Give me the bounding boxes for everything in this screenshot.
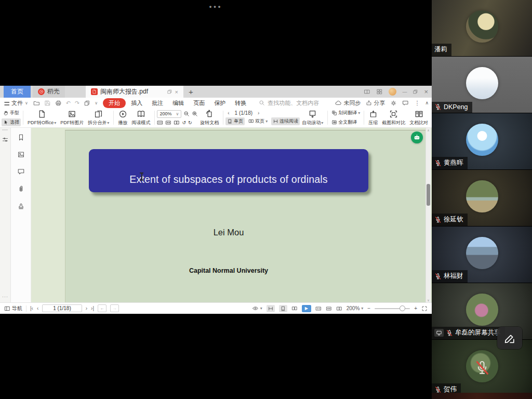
single-page-view-icon[interactable] xyxy=(279,305,287,312)
continuous-view-icon[interactable] xyxy=(267,305,275,312)
page-indicator[interactable]: 1 (1/18) xyxy=(235,110,252,116)
double-page-toggle[interactable]: 双页▾ xyxy=(247,117,269,125)
annotate-button[interactable] xyxy=(497,327,522,349)
zoom-in-icon[interactable] xyxy=(192,111,198,117)
image-panel-icon[interactable] xyxy=(17,151,25,158)
zoom-select[interactable]: 200%∨ xyxy=(157,110,181,118)
tab-close-icon[interactable]: × xyxy=(175,89,178,95)
ribbon-tab-convert[interactable]: 转换 xyxy=(231,99,250,108)
new-tab-button[interactable]: + xyxy=(183,86,198,98)
next-view-icon[interactable]: → xyxy=(110,304,119,312)
ribbon-tab-page[interactable]: 页面 xyxy=(189,99,209,108)
bookmark-icon[interactable] xyxy=(17,134,25,141)
account-avatar[interactable] xyxy=(389,88,396,96)
pdf-to-office-button[interactable]: PDF转Office▾ xyxy=(25,110,58,126)
collapse-ribbon-icon[interactable]: ∧ xyxy=(425,100,429,105)
screenshot-compare-button[interactable]: 截图和对比 xyxy=(380,110,407,126)
fullscreen-icon[interactable] xyxy=(421,305,428,312)
minimize-button[interactable]: — xyxy=(402,89,407,95)
fit-width-icon[interactable] xyxy=(165,119,171,126)
page-indicator-status[interactable]: 1 (1/18) xyxy=(42,304,82,312)
ribbon-tab-protect[interactable]: 保护 xyxy=(210,99,230,108)
vertical-scrollbar[interactable]: ∧ ∨ xyxy=(425,128,431,302)
comment-panel-icon[interactable] xyxy=(17,168,25,176)
prev-page-icon[interactable]: ‹ xyxy=(228,110,229,116)
eye-protect-icon[interactable]: ▾ xyxy=(252,305,262,312)
double-page-view-icon[interactable] xyxy=(291,305,298,312)
open-icon[interactable] xyxy=(33,100,40,107)
close-button[interactable]: × xyxy=(424,88,428,96)
zoom-slider-knob[interactable] xyxy=(400,305,405,311)
ribbon-tab-start[interactable]: 开始 xyxy=(103,98,126,108)
stamp-icon[interactable] xyxy=(17,202,25,210)
single-page-toggle[interactable]: 单页 xyxy=(225,117,245,125)
prev-page-icon[interactable]: ‹ xyxy=(37,305,38,311)
participant-tile[interactable]: 黄燕晖 xyxy=(432,113,532,170)
play-button[interactable]: 播放 xyxy=(116,110,129,126)
search-box[interactable]: 查找功能、文档内容 xyxy=(259,99,319,107)
sync-status[interactable]: 未同步 xyxy=(335,99,361,107)
prev-view-icon[interactable]: ← xyxy=(98,304,107,312)
rotate-doc-button[interactable]: 旋转文档 xyxy=(198,110,221,126)
file-menu[interactable]: 文件 ∨ xyxy=(3,99,28,107)
actual-size-icon[interactable] xyxy=(157,119,163,126)
read-mode-button[interactable]: 阅读模式 xyxy=(129,110,152,126)
panel-more-dots[interactable]: ··· xyxy=(0,294,10,299)
save-icon[interactable] xyxy=(44,100,51,107)
last-page-icon[interactable]: ›| xyxy=(91,305,94,311)
next-page-icon[interactable]: › xyxy=(258,110,259,116)
tab-docer[interactable]: 稻壳 xyxy=(33,86,65,98)
fit-width-icon[interactable] xyxy=(326,305,332,312)
zoom-out-button[interactable]: − xyxy=(367,305,370,311)
scroll-up-icon[interactable]: ∧ xyxy=(427,128,430,132)
pdf-to-image-button[interactable]: PDF转图片 xyxy=(58,110,86,126)
full-translate-button[interactable]: 全文翻译 xyxy=(330,118,362,126)
meeting-more-dots[interactable]: ••• xyxy=(0,3,432,10)
fit-page-icon[interactable] xyxy=(336,305,342,312)
share-button[interactable]: 分享 xyxy=(366,99,385,107)
zoom-level[interactable]: 200%▾ xyxy=(347,305,364,311)
ribbon-tab-comment[interactable]: 批注 xyxy=(148,99,167,108)
doc-compare-button[interactable]: 文档比对 xyxy=(407,110,430,126)
participant-tile[interactable]: 徐延钦 xyxy=(432,170,532,227)
restore-button[interactable] xyxy=(413,89,418,95)
attachment-icon[interactable] xyxy=(17,185,25,193)
word-translate-button[interactable]: 划词翻译▾ xyxy=(330,109,362,117)
workspace-grid-icon[interactable] xyxy=(376,88,383,95)
rotate-left-icon[interactable]: ↺ xyxy=(182,120,186,125)
tab-home[interactable]: 首页 xyxy=(4,86,31,98)
tab-float-icon[interactable] xyxy=(167,89,172,95)
ribbon-tab-insert[interactable]: 插入 xyxy=(127,99,147,108)
continuous-toggle[interactable]: 连续阅读 xyxy=(271,117,300,125)
print-icon[interactable] xyxy=(55,100,62,107)
fit-page-icon[interactable] xyxy=(174,119,180,126)
scrollbar-thumb[interactable] xyxy=(427,184,430,206)
first-page-icon[interactable]: |‹ xyxy=(30,305,33,311)
select-tool[interactable]: 选择 xyxy=(2,118,21,126)
zoom-out-icon[interactable] xyxy=(183,111,190,117)
chevron-down-icon[interactable]: ∨ xyxy=(95,101,98,105)
zoom-in-button[interactable]: + xyxy=(414,305,417,311)
rotate-right-icon[interactable]: ↻ xyxy=(188,120,192,125)
undo-icon[interactable]: ↶ xyxy=(66,100,71,107)
actual-size-icon[interactable] xyxy=(315,305,322,312)
split-view-icon[interactable] xyxy=(364,88,370,95)
participant-tile[interactable]: DKPeng xyxy=(432,57,532,113)
copy-icon[interactable] xyxy=(84,100,90,107)
feedback-icon[interactable] xyxy=(402,100,409,107)
auto-scroll-button[interactable]: 自动滚动▾ xyxy=(300,110,325,126)
settings-icon[interactable] xyxy=(390,100,397,107)
wps-ai-assistant-button[interactable] xyxy=(411,131,423,143)
nav-panel-button[interactable]: 导航 xyxy=(4,305,22,312)
panel-grip[interactable] xyxy=(2,129,8,130)
ribbon-tab-edit[interactable]: 编辑 xyxy=(168,99,188,108)
slideshow-play-button[interactable]: ▶ xyxy=(302,305,311,312)
participant-tile[interactable]: 林福财 xyxy=(432,227,532,283)
hand-tool[interactable]: 手型 xyxy=(2,109,21,117)
tab-document[interactable]: 闽南师大报告.pdf × xyxy=(86,86,183,98)
next-page-icon[interactable]: › xyxy=(86,305,87,311)
participant-tile[interactable]: 潘莉 xyxy=(432,0,532,57)
filter-sliders-icon[interactable] xyxy=(2,136,9,143)
zoom-slider[interactable] xyxy=(375,308,410,309)
scroll-down-icon[interactable]: ∨ xyxy=(427,298,430,302)
